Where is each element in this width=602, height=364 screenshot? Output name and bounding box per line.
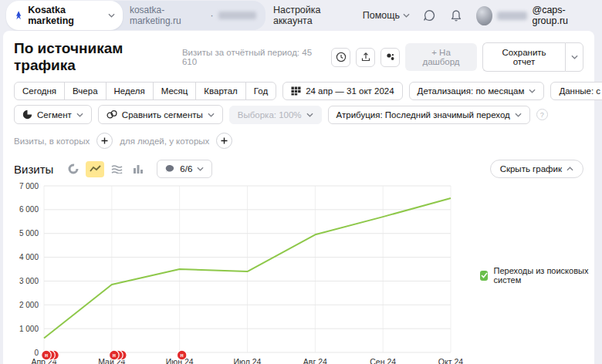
range-year-button[interactable]: Год: [245, 82, 276, 100]
notifications-bell-icon[interactable]: [449, 7, 464, 24]
chevron-down-icon: [108, 13, 115, 18]
line-chart-canvas[interactable]: 01 0002 0003 0004 0005 0006 0007 000Апр …: [3, 181, 474, 364]
attribution-select[interactable]: Атрибуция: Последний значимый переход: [328, 106, 530, 124]
sampling-value: Выборка: 100%: [238, 110, 302, 120]
chart-type-switcher: 6/6: [64, 160, 212, 178]
chat-icon[interactable]: [422, 7, 437, 24]
x-axis-label: Окт 24: [438, 357, 463, 364]
x-axis-label: Сен 24: [370, 357, 396, 364]
hide-chart-label: Скрыть график: [500, 164, 562, 174]
counter-domain: kosatka-marketing.ru: [130, 5, 206, 26]
chevron-down-icon: [197, 167, 204, 171]
data-mode-value: Данные: с роботами: [559, 86, 602, 96]
stacked-area-icon: [111, 164, 123, 174]
pie-chart-icon: [68, 163, 79, 174]
chevron-down-icon: [571, 55, 578, 59]
user-menu[interactable]: @caps-group.ru: [476, 5, 591, 26]
legend-checkbox[interactable]: [480, 271, 488, 281]
report-page: По источникам трафика Визиты за отчётный…: [3, 31, 594, 364]
account-settings-link[interactable]: Настройка аккаунта: [273, 5, 350, 26]
range-week-button[interactable]: Неделя: [106, 82, 154, 100]
chart-type-pie-button[interactable]: [64, 161, 83, 177]
y-axis-label: 1 000: [19, 325, 39, 333]
series-visibility-button[interactable]: 6/6: [157, 160, 212, 178]
chevron-down-icon: [208, 113, 215, 117]
chart-type-line-button[interactable]: [86, 161, 104, 177]
add-people-condition-button[interactable]: [216, 133, 232, 149]
metrica-logo-icon: [14, 10, 23, 21]
quick-range-group: Сегодня Вчера Неделя Месяц Квартал Год: [14, 82, 276, 100]
y-axis-label: 2 000: [19, 301, 39, 309]
y-axis-label: 6 000: [19, 205, 39, 214]
annotation-badge: н: [113, 352, 116, 358]
sampling-select[interactable]: Выборка: 100%: [229, 106, 322, 124]
save-report-button[interactable]: Сохранить отчет: [482, 42, 565, 72]
avatar: [476, 6, 492, 25]
help-menu[interactable]: Помощь: [363, 10, 410, 21]
metric-label: Визиты: [14, 163, 53, 176]
date-range-picker[interactable]: 24 апр — 31 окт 2024: [282, 82, 402, 100]
chevron-down-icon: [403, 13, 410, 18]
counter-selector-group: Kosatka marketing kosatka-marketing.ru ·: [6, 1, 265, 30]
detalization-value: Детализация: по месяцам: [418, 86, 525, 96]
range-yesterday-button[interactable]: Вчера: [64, 82, 106, 100]
legend-item-search-traffic[interactable]: Переходы из поисковых систем: [480, 266, 594, 285]
user-name-redacted: [497, 12, 527, 20]
help-label: Помощь: [363, 10, 400, 21]
annotation-badge: н: [181, 352, 184, 358]
plus-icon: [221, 137, 228, 144]
range-today-button[interactable]: Сегодня: [14, 82, 65, 100]
chevron-up-icon: [566, 167, 573, 171]
segment-pie-icon: [22, 110, 32, 120]
chart-type-stacked-button[interactable]: [107, 161, 126, 177]
counter-selector[interactable]: Kosatka marketing: [6, 1, 123, 30]
chevron-down-icon: [515, 113, 522, 117]
history-clock-button[interactable]: [331, 48, 350, 67]
counter-name: Kosatka marketing: [28, 5, 103, 26]
plus-icon: [101, 137, 108, 144]
visits-summary-label: Визиты за отчётный период:: [182, 48, 299, 57]
compare-segments-button[interactable]: Сравнить сегменты: [98, 105, 223, 124]
chart-type-columns-button[interactable]: [129, 161, 147, 177]
segment-button[interactable]: Сегмент: [14, 105, 92, 124]
data-mode-select[interactable]: Данные: с роботами: [550, 82, 602, 100]
y-axis-label: 3 000: [19, 277, 39, 285]
topnav: Настройка аккаунта Помощь @caps-group.ru: [273, 5, 591, 26]
hide-chart-button[interactable]: Скрыть график: [490, 160, 583, 178]
export-icon: [360, 52, 371, 62]
page-title: По источникам трафика: [14, 40, 182, 74]
export-button[interactable]: [356, 48, 375, 67]
calendar-icon: [291, 86, 301, 96]
attribution-help-icon[interactable]: ?: [536, 109, 548, 120]
add-to-dashboard-button[interactable]: + На дашборд: [405, 43, 477, 71]
series-badge: 6/6: [180, 164, 192, 174]
chevron-down-icon: [306, 113, 313, 117]
add-visit-condition-button[interactable]: [96, 133, 113, 149]
attribution-value: Атрибуция: Последний значимый переход: [337, 110, 510, 120]
compare-segments-label: Сравнить сегменты: [122, 110, 203, 120]
save-report-group: Сохранить отчет: [482, 42, 583, 72]
range-quarter-button[interactable]: Квартал: [195, 82, 245, 100]
annotation-badge: н: [45, 352, 48, 358]
metrica-dots-icon: [385, 52, 396, 62]
range-month-button[interactable]: Месяц: [153, 82, 197, 100]
visits-summary: Визиты за отчётный период: 45 610: [182, 48, 323, 66]
checkmark-icon: [481, 272, 488, 278]
y-axis-label: 5 000: [19, 229, 39, 238]
visits-chart: 01 0002 0003 0004 0005 0006 0007 000Апр …: [3, 181, 594, 364]
save-report-dropdown[interactable]: [565, 42, 583, 72]
detalization-select[interactable]: Детализация: по месяцам: [409, 82, 545, 100]
people-filter-label: для людей, у которых: [120, 136, 209, 146]
segment-label: Сегмент: [37, 110, 72, 120]
x-axis-label: Июл 24: [234, 357, 262, 364]
clock-icon: [336, 52, 347, 62]
visits-filter-label: Визиты, в которых: [14, 136, 90, 146]
x-axis-label: Авг 24: [303, 357, 327, 364]
title-actions: Визиты за отчётный период: 45 610 + На д…: [182, 42, 583, 72]
chart-header: Визиты 6/6 Скрыть график: [3, 160, 594, 178]
condition-filters-row: Визиты, в которых для людей, у которых: [3, 133, 594, 149]
y-axis-label: 4 000: [19, 253, 39, 261]
counter-id-redacted: [218, 12, 256, 19]
metrica-apps-button[interactable]: [380, 48, 400, 67]
date-range-value: 24 апр — 31 окт 2024: [306, 86, 394, 96]
